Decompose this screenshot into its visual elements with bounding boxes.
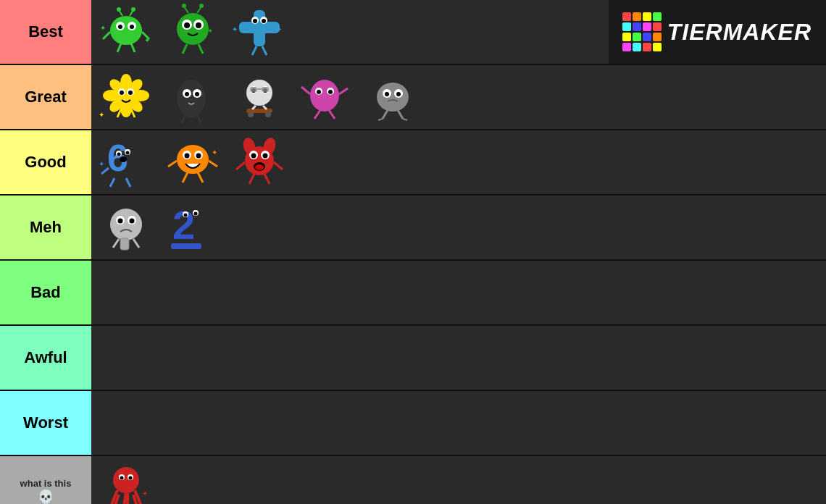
tier-item[interactable]: ✦ ✦	[94, 3, 158, 61]
svg-point-57	[195, 92, 199, 96]
svg-text:✦: ✦	[207, 27, 213, 35]
tier-item[interactable]: ✦ ✦	[228, 3, 291, 61]
tier-content-bad	[91, 261, 826, 324]
logo-grid	[622, 12, 662, 51]
tier-item[interactable]: 2	[161, 198, 225, 256]
svg-line-109	[198, 172, 203, 182]
logo-cell	[653, 12, 662, 21]
svg-point-3	[118, 25, 122, 29]
svg-point-77	[328, 90, 333, 94]
svg-line-58	[181, 116, 185, 123]
tier-item[interactable]	[361, 68, 425, 126]
logo-cell	[622, 43, 631, 51]
svg-point-128	[130, 219, 135, 224]
svg-point-18	[184, 22, 190, 28]
logo-cell	[622, 12, 631, 21]
svg-text:✦: ✦	[212, 148, 217, 156]
char-black	[164, 68, 222, 126]
svg-point-53	[177, 80, 206, 117]
logo-cell	[622, 22, 631, 31]
tier-row-what: what is this 💀	[0, 456, 826, 504]
tier-item[interactable]: ✦	[161, 3, 225, 61]
svg-point-48	[120, 91, 124, 95]
tier-item[interactable]: ✦	[94, 68, 158, 126]
tier-content-awful	[91, 326, 826, 390]
svg-text:✦: ✦	[99, 111, 104, 119]
svg-line-33	[252, 46, 256, 55]
svg-point-96	[120, 156, 127, 162]
logo-cell	[633, 43, 641, 51]
tier-item[interactable]	[228, 133, 291, 191]
logo-cell	[633, 22, 641, 31]
svg-rect-65	[250, 87, 257, 92]
tier-label-meh: Meh	[0, 196, 91, 259]
tier-label-great: Great	[0, 65, 91, 129]
svg-text:✦: ✦	[100, 24, 106, 32]
svg-line-80	[314, 110, 320, 119]
logo-cell	[633, 12, 641, 21]
svg-text:✦: ✦	[232, 25, 238, 33]
svg-text:✦: ✦	[99, 160, 104, 168]
tier-row-good: Good 6	[0, 130, 826, 196]
svg-point-127	[118, 219, 123, 224]
tier-row-bad: Bad	[0, 261, 826, 326]
header: TiERMAKER	[609, 0, 826, 64]
svg-point-56	[185, 92, 189, 96]
svg-point-101	[177, 145, 209, 174]
tier-item[interactable]	[161, 68, 225, 126]
svg-line-99	[126, 178, 130, 187]
svg-point-19	[196, 22, 201, 28]
tier-item[interactable]	[294, 68, 358, 126]
tier-content-meh: 2	[91, 196, 826, 259]
svg-line-88	[398, 110, 403, 119]
tier-content-worst	[91, 391, 826, 455]
svg-line-12	[131, 43, 135, 52]
svg-line-120	[236, 162, 245, 169]
svg-line-89	[378, 119, 383, 120]
svg-point-94	[117, 153, 121, 156]
svg-point-76	[317, 90, 321, 94]
tier-content-great: ✦	[91, 65, 826, 129]
svg-point-49	[128, 91, 133, 95]
tier-content-what: ✦	[91, 456, 826, 504]
svg-line-59	[197, 116, 201, 123]
svg-point-138	[113, 467, 139, 493]
svg-point-70	[265, 112, 271, 117]
tier-row-meh: Meh	[0, 196, 826, 261]
svg-rect-66	[262, 87, 269, 92]
svg-line-107	[209, 161, 217, 167]
tier-item[interactable]: 6 ✦	[94, 133, 158, 191]
tier-item[interactable]: ✦	[161, 133, 225, 191]
svg-point-135	[184, 214, 188, 217]
svg-point-8	[131, 7, 135, 12]
tier-item[interactable]	[228, 68, 291, 126]
svg-line-98	[110, 178, 114, 187]
svg-line-131	[133, 239, 139, 248]
tier-label-bad: Bad	[0, 261, 91, 324]
tier-label-worst: Worst	[0, 391, 91, 455]
svg-point-117	[263, 154, 268, 159]
svg-point-95	[126, 151, 130, 155]
svg-point-32	[262, 19, 266, 23]
svg-line-79	[339, 88, 348, 94]
svg-point-86	[396, 92, 401, 96]
tier-label-best: Best	[0, 0, 91, 64]
logo-cell	[653, 22, 662, 31]
tier-row-worst: Worst	[0, 391, 826, 456]
svg-text:✦: ✦	[276, 25, 282, 33]
char-green1: ✦ ✦	[97, 3, 155, 61]
char-green2: ✦	[164, 3, 222, 61]
char-blue1: ✦ ✦	[230, 3, 288, 61]
svg-point-141	[120, 476, 124, 480]
svg-rect-28	[239, 22, 280, 33]
tier-item[interactable]	[94, 198, 158, 256]
logo-cell	[653, 43, 662, 51]
tiermaker-logo-text: TiERMAKER	[667, 19, 812, 46]
svg-line-122	[249, 174, 254, 184]
logo-cell	[643, 12, 651, 21]
svg-line-81	[329, 110, 335, 119]
tier-list: Best	[0, 0, 826, 504]
svg-point-82	[377, 83, 409, 112]
svg-line-123	[264, 174, 270, 184]
tier-item[interactable]: ✦	[94, 462, 158, 504]
